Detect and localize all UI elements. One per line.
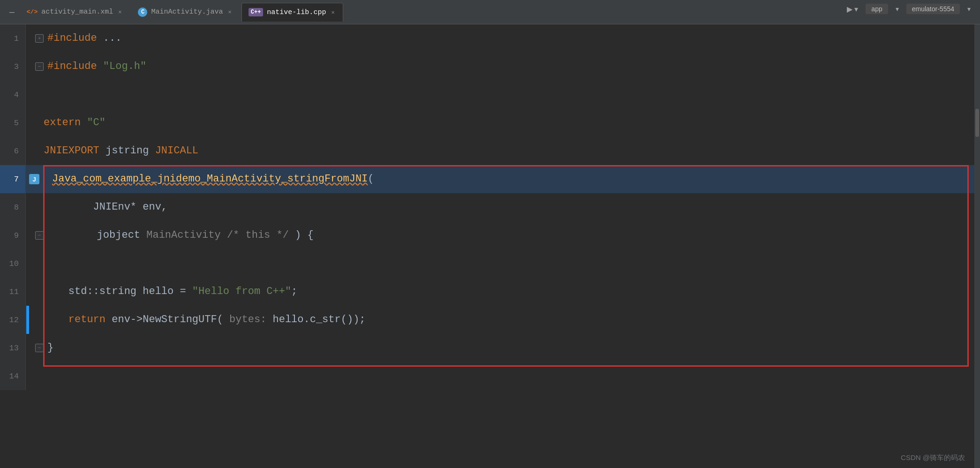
j-marker: J (26, 165, 43, 193)
space-9 (221, 221, 227, 249)
line-content-10 (26, 249, 974, 278)
editor: 1 + #include ... 3 − #include "Log.h" 4 (0, 24, 980, 468)
line-number-6: 6 (0, 137, 26, 165)
scroll-thumb[interactable] (975, 109, 979, 137)
code-line-12: 12 return env->NewStringUTF( bytes: hell… (0, 306, 974, 334)
hello-cstr: hello.c_str()); (266, 306, 365, 334)
right-scrollbar[interactable] (974, 24, 980, 468)
return-kw: return (44, 306, 106, 334)
line-content-8: JNIEnv* env, (26, 193, 974, 221)
fold-btn-1[interactable]: + (35, 34, 44, 43)
include-val-3: "Log.h" (103, 53, 146, 81)
include-space-3 (97, 53, 103, 81)
open-paren: ( (368, 165, 374, 193)
tab-bar: — </> activity_main.xml ✕ C MainActivity… (6, 3, 343, 22)
xml-icon: </> (27, 8, 38, 15)
line-number-14: 14 (0, 362, 26, 390)
tab-close-main-activity[interactable]: ✕ (227, 8, 233, 16)
line-number-4: 4 (0, 81, 26, 109)
tab-label-native-lib: native-lib.cpp (267, 8, 326, 16)
line-content-12: return env->NewStringUTF( bytes: hello.c… (26, 306, 974, 334)
code-line-3: 3 − #include "Log.h" (0, 53, 974, 81)
line-content-7: Java_com_example_jnidemo_MainActivity_st… (26, 165, 974, 193)
code-line-7: 7 J Java_com_example_jnidemo_MainActivit… (0, 165, 974, 193)
semicolon-11: ; (291, 278, 297, 306)
jnicall-kw: JNICALL (155, 137, 198, 165)
line-number-10: 10 (0, 249, 26, 278)
tab-label-main-activity: MainActivity.java (151, 8, 223, 16)
watermark: CSDN @骑车的码农 (901, 453, 965, 462)
line-content-14 (26, 362, 974, 390)
extern-kw: extern (44, 109, 81, 137)
tab-activity-main[interactable]: </> activity_main.xml ✕ (20, 3, 130, 22)
code-line-1: 1 + #include ... (0, 24, 974, 53)
code-line-13: 13 − } (0, 334, 974, 362)
line-content-6: JNIEXPORT jstring JNICALL (26, 137, 974, 165)
include-kw-3: #include (47, 53, 97, 81)
line-number-8: 8 (0, 193, 26, 221)
jstring-kw: jstring (99, 137, 155, 165)
line-content-11: std::string hello = "Hello from C++" ; (26, 278, 974, 306)
code-line-11: 11 std::string hello = "Hello from C++" … (0, 278, 974, 306)
function-name: Java_com_example_jnidemo_MainActivity_st… (52, 165, 368, 193)
line-number-3: 3 (0, 53, 26, 81)
top-bar-right: ▶ ▾ app ▾ emulator-5554 ▾ (847, 4, 971, 14)
top-bar: — </> activity_main.xml ✕ C MainActivity… (0, 0, 980, 24)
cpp-icon: C++ (249, 8, 264, 16)
tab-label-activity-main: activity_main.xml (41, 8, 113, 16)
java-icon: C (138, 8, 147, 17)
line-number-7: 7 (0, 165, 26, 193)
line-number-1: 1 (0, 24, 26, 53)
fold-btn-13[interactable]: − (35, 344, 44, 352)
jnienv-type: JNIEnv* env, (44, 193, 167, 221)
line-content-13: − } (26, 334, 974, 362)
close-button[interactable]: — (6, 6, 18, 19)
run-icon: ▶ ▾ (847, 5, 858, 14)
dropdown-icon-2: ▾ (967, 5, 971, 13)
emulator-label[interactable]: emulator-5554 (906, 4, 960, 14)
include-kw-1: #include (47, 24, 97, 53)
j-badge: J (29, 174, 39, 184)
line-number-9: 9 (0, 221, 26, 249)
code-line-6: 6 JNIEXPORT jstring JNICALL (0, 137, 974, 165)
line-content-5: extern "C" (26, 109, 974, 137)
code-area: 1 + #include ... 3 − #include "Log.h" 4 (0, 24, 974, 468)
line-number-13: 13 (0, 334, 26, 362)
tab-close-activity-main[interactable]: ✕ (117, 8, 123, 16)
close-brace: } (47, 334, 53, 362)
tab-main-activity[interactable]: C MainActivity.java ✕ (131, 3, 239, 22)
this-comment: /* this */ (227, 221, 289, 249)
env-arrow: env->NewStringUTF( (106, 306, 223, 334)
line-content-9: − jobject MainActivity /* this */ ) { (26, 221, 974, 249)
code-line-8: 8 JNIEnv* env, (0, 193, 974, 221)
line-number-11: 11 (0, 278, 26, 306)
extern-space (81, 109, 87, 137)
jniexport-kw: JNIEXPORT (44, 137, 99, 165)
line-content-1: + #include ... (26, 24, 974, 53)
std-ns: std::string (44, 278, 143, 306)
mainactivity-hint: MainActivity (146, 221, 220, 249)
tab-native-lib[interactable]: C++ native-lib.cpp ✕ (241, 3, 343, 22)
line-number-5: 5 (0, 109, 26, 137)
code-line-4: 4 (0, 81, 974, 109)
dropdown-icon: ▾ (896, 5, 899, 13)
hello-string: "Hello from C++" (192, 278, 291, 306)
code-line-5: 5 extern "C" (0, 109, 974, 137)
code-line-10: 10 (0, 249, 974, 278)
close-paren-9: ) { (289, 221, 314, 249)
include-dots-1: ... (97, 24, 122, 53)
app-label[interactable]: app (866, 4, 888, 14)
code-line-9: 9 − jobject MainActivity /* this */ ) { (0, 221, 974, 249)
fold-btn-9[interactable]: − (35, 231, 44, 240)
fold-btn-3[interactable]: − (35, 62, 44, 71)
bytes-hint: bytes: (223, 306, 266, 334)
jobject-kw: jobject (47, 221, 146, 249)
extern-val: "C" (87, 109, 106, 137)
blue-accent-bar (26, 306, 29, 334)
line-content-3: − #include "Log.h" (26, 53, 974, 81)
assign-op: = (173, 278, 192, 306)
line-number-12: 12 (0, 306, 26, 334)
hello-var: hello (143, 278, 173, 306)
tab-close-native-lib[interactable]: ✕ (330, 8, 336, 16)
code-line-14: 14 (0, 362, 974, 390)
